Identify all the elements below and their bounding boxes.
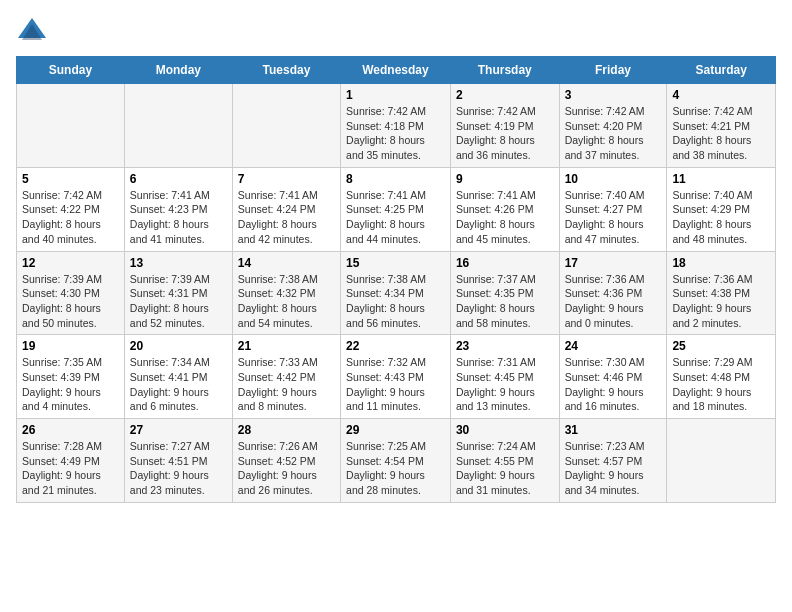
day-info: Sunrise: 7:40 AM Sunset: 4:27 PM Dayligh… bbox=[565, 188, 662, 247]
page-header bbox=[16, 16, 776, 44]
day-number: 19 bbox=[22, 339, 119, 353]
weekday-header-row: SundayMondayTuesdayWednesdayThursdayFrid… bbox=[17, 57, 776, 84]
calendar-day-cell: 4Sunrise: 7:42 AM Sunset: 4:21 PM Daylig… bbox=[667, 84, 776, 168]
calendar-day-cell: 19Sunrise: 7:35 AM Sunset: 4:39 PM Dayli… bbox=[17, 335, 125, 419]
calendar-week-row: 26Sunrise: 7:28 AM Sunset: 4:49 PM Dayli… bbox=[17, 419, 776, 503]
calendar-day-cell: 6Sunrise: 7:41 AM Sunset: 4:23 PM Daylig… bbox=[124, 167, 232, 251]
calendar-day-cell: 20Sunrise: 7:34 AM Sunset: 4:41 PM Dayli… bbox=[124, 335, 232, 419]
calendar-day-cell: 7Sunrise: 7:41 AM Sunset: 4:24 PM Daylig… bbox=[232, 167, 340, 251]
day-number: 22 bbox=[346, 339, 445, 353]
day-number: 31 bbox=[565, 423, 662, 437]
calendar-day-cell: 11Sunrise: 7:40 AM Sunset: 4:29 PM Dayli… bbox=[667, 167, 776, 251]
day-info: Sunrise: 7:23 AM Sunset: 4:57 PM Dayligh… bbox=[565, 439, 662, 498]
calendar-table: SundayMondayTuesdayWednesdayThursdayFrid… bbox=[16, 56, 776, 503]
calendar-day-cell: 30Sunrise: 7:24 AM Sunset: 4:55 PM Dayli… bbox=[450, 419, 559, 503]
day-info: Sunrise: 7:42 AM Sunset: 4:22 PM Dayligh… bbox=[22, 188, 119, 247]
day-info: Sunrise: 7:27 AM Sunset: 4:51 PM Dayligh… bbox=[130, 439, 227, 498]
day-info: Sunrise: 7:34 AM Sunset: 4:41 PM Dayligh… bbox=[130, 355, 227, 414]
day-number: 20 bbox=[130, 339, 227, 353]
day-number: 3 bbox=[565, 88, 662, 102]
day-info: Sunrise: 7:39 AM Sunset: 4:31 PM Dayligh… bbox=[130, 272, 227, 331]
day-number: 10 bbox=[565, 172, 662, 186]
weekday-header-cell: Thursday bbox=[450, 57, 559, 84]
calendar-day-cell: 23Sunrise: 7:31 AM Sunset: 4:45 PM Dayli… bbox=[450, 335, 559, 419]
calendar-day-cell: 25Sunrise: 7:29 AM Sunset: 4:48 PM Dayli… bbox=[667, 335, 776, 419]
day-number: 11 bbox=[672, 172, 770, 186]
day-number: 25 bbox=[672, 339, 770, 353]
calendar-day-cell: 3Sunrise: 7:42 AM Sunset: 4:20 PM Daylig… bbox=[559, 84, 667, 168]
day-number: 14 bbox=[238, 256, 335, 270]
day-info: Sunrise: 7:39 AM Sunset: 4:30 PM Dayligh… bbox=[22, 272, 119, 331]
day-number: 9 bbox=[456, 172, 554, 186]
logo bbox=[16, 16, 50, 44]
calendar-day-cell: 21Sunrise: 7:33 AM Sunset: 4:42 PM Dayli… bbox=[232, 335, 340, 419]
calendar-day-cell: 28Sunrise: 7:26 AM Sunset: 4:52 PM Dayli… bbox=[232, 419, 340, 503]
calendar-day-cell: 10Sunrise: 7:40 AM Sunset: 4:27 PM Dayli… bbox=[559, 167, 667, 251]
day-info: Sunrise: 7:37 AM Sunset: 4:35 PM Dayligh… bbox=[456, 272, 554, 331]
day-number: 21 bbox=[238, 339, 335, 353]
calendar-week-row: 12Sunrise: 7:39 AM Sunset: 4:30 PM Dayli… bbox=[17, 251, 776, 335]
day-number: 23 bbox=[456, 339, 554, 353]
calendar-day-cell: 18Sunrise: 7:36 AM Sunset: 4:38 PM Dayli… bbox=[667, 251, 776, 335]
day-number: 2 bbox=[456, 88, 554, 102]
day-info: Sunrise: 7:28 AM Sunset: 4:49 PM Dayligh… bbox=[22, 439, 119, 498]
day-info: Sunrise: 7:40 AM Sunset: 4:29 PM Dayligh… bbox=[672, 188, 770, 247]
day-info: Sunrise: 7:29 AM Sunset: 4:48 PM Dayligh… bbox=[672, 355, 770, 414]
calendar-day-cell: 15Sunrise: 7:38 AM Sunset: 4:34 PM Dayli… bbox=[341, 251, 451, 335]
calendar-day-cell: 8Sunrise: 7:41 AM Sunset: 4:25 PM Daylig… bbox=[341, 167, 451, 251]
day-number: 13 bbox=[130, 256, 227, 270]
day-info: Sunrise: 7:41 AM Sunset: 4:24 PM Dayligh… bbox=[238, 188, 335, 247]
day-info: Sunrise: 7:41 AM Sunset: 4:25 PM Dayligh… bbox=[346, 188, 445, 247]
day-number: 6 bbox=[130, 172, 227, 186]
calendar-day-cell: 12Sunrise: 7:39 AM Sunset: 4:30 PM Dayli… bbox=[17, 251, 125, 335]
calendar-day-cell: 13Sunrise: 7:39 AM Sunset: 4:31 PM Dayli… bbox=[124, 251, 232, 335]
day-number: 16 bbox=[456, 256, 554, 270]
day-info: Sunrise: 7:42 AM Sunset: 4:21 PM Dayligh… bbox=[672, 104, 770, 163]
calendar-day-cell: 26Sunrise: 7:28 AM Sunset: 4:49 PM Dayli… bbox=[17, 419, 125, 503]
day-info: Sunrise: 7:35 AM Sunset: 4:39 PM Dayligh… bbox=[22, 355, 119, 414]
day-info: Sunrise: 7:41 AM Sunset: 4:26 PM Dayligh… bbox=[456, 188, 554, 247]
weekday-header-cell: Sunday bbox=[17, 57, 125, 84]
day-info: Sunrise: 7:38 AM Sunset: 4:34 PM Dayligh… bbox=[346, 272, 445, 331]
day-number: 24 bbox=[565, 339, 662, 353]
day-number: 1 bbox=[346, 88, 445, 102]
day-number: 28 bbox=[238, 423, 335, 437]
calendar-day-cell: 29Sunrise: 7:25 AM Sunset: 4:54 PM Dayli… bbox=[341, 419, 451, 503]
day-number: 26 bbox=[22, 423, 119, 437]
day-number: 5 bbox=[22, 172, 119, 186]
calendar-day-cell: 16Sunrise: 7:37 AM Sunset: 4:35 PM Dayli… bbox=[450, 251, 559, 335]
weekday-header-cell: Wednesday bbox=[341, 57, 451, 84]
calendar-day-cell: 2Sunrise: 7:42 AM Sunset: 4:19 PM Daylig… bbox=[450, 84, 559, 168]
day-info: Sunrise: 7:42 AM Sunset: 4:19 PM Dayligh… bbox=[456, 104, 554, 163]
day-info: Sunrise: 7:26 AM Sunset: 4:52 PM Dayligh… bbox=[238, 439, 335, 498]
calendar-day-cell: 31Sunrise: 7:23 AM Sunset: 4:57 PM Dayli… bbox=[559, 419, 667, 503]
weekday-header-cell: Saturday bbox=[667, 57, 776, 84]
day-number: 27 bbox=[130, 423, 227, 437]
calendar-day-cell: 1Sunrise: 7:42 AM Sunset: 4:18 PM Daylig… bbox=[341, 84, 451, 168]
calendar-day-cell: 22Sunrise: 7:32 AM Sunset: 4:43 PM Dayli… bbox=[341, 335, 451, 419]
day-info: Sunrise: 7:42 AM Sunset: 4:18 PM Dayligh… bbox=[346, 104, 445, 163]
calendar-day-cell bbox=[232, 84, 340, 168]
day-info: Sunrise: 7:38 AM Sunset: 4:32 PM Dayligh… bbox=[238, 272, 335, 331]
day-number: 12 bbox=[22, 256, 119, 270]
day-info: Sunrise: 7:30 AM Sunset: 4:46 PM Dayligh… bbox=[565, 355, 662, 414]
day-number: 29 bbox=[346, 423, 445, 437]
day-info: Sunrise: 7:31 AM Sunset: 4:45 PM Dayligh… bbox=[456, 355, 554, 414]
calendar-day-cell: 5Sunrise: 7:42 AM Sunset: 4:22 PM Daylig… bbox=[17, 167, 125, 251]
calendar-day-cell bbox=[667, 419, 776, 503]
calendar-day-cell bbox=[17, 84, 125, 168]
calendar-week-row: 5Sunrise: 7:42 AM Sunset: 4:22 PM Daylig… bbox=[17, 167, 776, 251]
day-info: Sunrise: 7:32 AM Sunset: 4:43 PM Dayligh… bbox=[346, 355, 445, 414]
day-info: Sunrise: 7:33 AM Sunset: 4:42 PM Dayligh… bbox=[238, 355, 335, 414]
weekday-header-cell: Monday bbox=[124, 57, 232, 84]
calendar-day-cell: 27Sunrise: 7:27 AM Sunset: 4:51 PM Dayli… bbox=[124, 419, 232, 503]
day-number: 30 bbox=[456, 423, 554, 437]
day-number: 18 bbox=[672, 256, 770, 270]
calendar-body: 1Sunrise: 7:42 AM Sunset: 4:18 PM Daylig… bbox=[17, 84, 776, 503]
day-info: Sunrise: 7:36 AM Sunset: 4:36 PM Dayligh… bbox=[565, 272, 662, 331]
calendar-day-cell bbox=[124, 84, 232, 168]
calendar-day-cell: 24Sunrise: 7:30 AM Sunset: 4:46 PM Dayli… bbox=[559, 335, 667, 419]
day-number: 17 bbox=[565, 256, 662, 270]
day-info: Sunrise: 7:24 AM Sunset: 4:55 PM Dayligh… bbox=[456, 439, 554, 498]
calendar-day-cell: 17Sunrise: 7:36 AM Sunset: 4:36 PM Dayli… bbox=[559, 251, 667, 335]
